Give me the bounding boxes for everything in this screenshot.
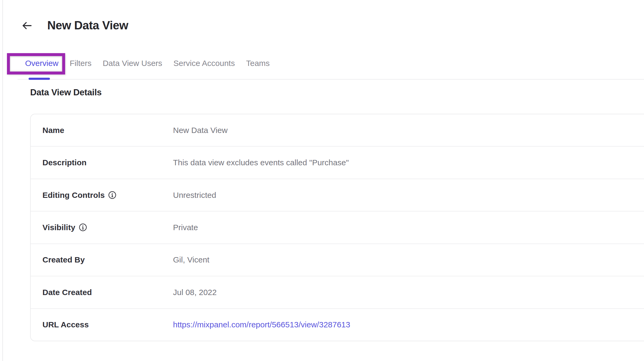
info-icon[interactable] bbox=[108, 191, 116, 199]
tab-filters[interactable]: Filters bbox=[70, 58, 92, 68]
page-background: { "header": { "title": "New Data View" }… bbox=[0, 0, 644, 361]
tab-service-accounts[interactable]: Service Accounts bbox=[174, 58, 235, 68]
detail-row-label: URL Access bbox=[42, 320, 89, 329]
info-icon[interactable] bbox=[79, 223, 87, 231]
tab-bar-divider bbox=[18, 79, 644, 80]
detail-row-value: This data view excludes events called "P… bbox=[173, 158, 349, 167]
sidebar-edge-divider bbox=[2, 0, 3, 361]
url-access-link[interactable]: https://mixpanel.com/report/566513/view/… bbox=[173, 320, 350, 329]
back-button[interactable] bbox=[20, 19, 34, 33]
detail-row: URL Access https://mixpanel.com/report/5… bbox=[31, 308, 644, 341]
detail-row: Created By Gil, Vicent bbox=[31, 244, 644, 276]
active-tab-indicator bbox=[29, 78, 50, 80]
tab-data-view-users[interactable]: Data View Users bbox=[103, 58, 162, 68]
detail-row-value: Private bbox=[173, 223, 198, 232]
detail-row: Date Created Jul 08, 2022 bbox=[31, 276, 644, 308]
tab-bar: OverviewFiltersData View UsersService Ac… bbox=[25, 58, 270, 68]
detail-row-label: Created By bbox=[42, 255, 85, 264]
detail-row: Visibility Private bbox=[31, 211, 644, 243]
detail-row-label: Date Created bbox=[42, 288, 92, 297]
detail-row-value: Gil, Vicent bbox=[173, 255, 209, 264]
detail-row: Description This data view excludes even… bbox=[31, 146, 644, 178]
section-title: Data View Details bbox=[30, 87, 102, 97]
detail-row-label: Description bbox=[42, 158, 87, 167]
detail-row-label: Name bbox=[42, 126, 64, 135]
detail-row-value: Jul 08, 2022 bbox=[173, 288, 217, 297]
back-arrow-icon bbox=[21, 19, 33, 33]
detail-row-label: Visibility bbox=[42, 223, 75, 232]
data-view-details-card: Name New Data View Description bbox=[30, 114, 644, 341]
detail-row-label: Editing Controls bbox=[42, 191, 105, 200]
detail-row: Name New Data View bbox=[31, 114, 644, 146]
detail-row: Editing Controls Unrestricted bbox=[31, 179, 644, 211]
tab-teams[interactable]: Teams bbox=[246, 58, 270, 68]
page-title: New Data View bbox=[47, 19, 128, 32]
tab-overview[interactable]: Overview bbox=[25, 58, 58, 68]
detail-row-value: Unrestricted bbox=[173, 191, 216, 200]
detail-row-value: New Data View bbox=[173, 126, 228, 135]
